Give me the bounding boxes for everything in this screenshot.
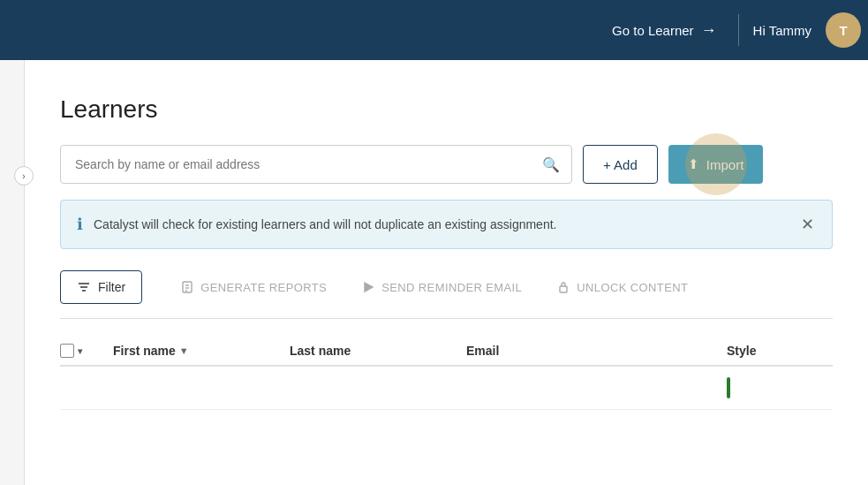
- avatar[interactable]: T: [826, 12, 861, 48]
- send-reminder-label: SEND REMINDER EMAIL: [381, 281, 522, 294]
- lock-icon: [557, 281, 570, 293]
- page-title: Learners: [60, 95, 833, 124]
- add-button-label: + Add: [603, 157, 638, 172]
- learners-table: ▾ First name ▼ Last name Email Style: [60, 337, 833, 410]
- search-row: 🔍 + Add ⬆ Import: [60, 145, 833, 184]
- user-greeting: Hi Tammy: [739, 23, 826, 38]
- close-icon[interactable]: ✕: [799, 213, 816, 236]
- th-first-name-label: First name: [113, 344, 176, 358]
- go-to-learner-link[interactable]: Go to Learner →: [591, 21, 738, 40]
- th-style[interactable]: Style: [727, 344, 833, 358]
- th-last-name[interactable]: Last name: [290, 344, 466, 358]
- unlock-content-action[interactable]: UNLOCK CONTENT: [540, 281, 706, 294]
- avatar-initials: T: [839, 23, 847, 38]
- search-input[interactable]: [60, 145, 572, 184]
- header-nav: Go to Learner → Hi Tammy T: [591, 12, 868, 48]
- import-button[interactable]: ⬆ Import: [668, 145, 764, 184]
- th-email[interactable]: Email: [466, 344, 727, 358]
- sidebar-toggle[interactable]: ›: [14, 166, 34, 186]
- th-last-name-label: Last name: [290, 344, 351, 358]
- app-layout: › Learners 🔍 + Add ⬆ Import ℹ Catalyst w…: [0, 60, 868, 485]
- generate-reports-action[interactable]: GENERATE REPORTS: [163, 281, 344, 294]
- go-to-learner-label: Go to Learner: [612, 23, 694, 38]
- info-banner-text: Catalyst will check for existing learner…: [94, 217, 556, 231]
- unlock-content-label: UNLOCK CONTENT: [577, 281, 688, 294]
- style-accent-bar: [727, 377, 730, 398]
- row-style: [727, 377, 833, 398]
- main-content: Learners 🔍 + Add ⬆ Import ℹ Catalyst wil…: [25, 60, 868, 485]
- sidebar: ›: [0, 60, 25, 485]
- info-banner: ℹ Catalyst will check for existing learn…: [60, 200, 833, 249]
- info-icon: ℹ: [77, 215, 83, 234]
- import-icon: ⬆: [688, 156, 699, 172]
- th-select: ▾: [60, 344, 113, 358]
- th-first-name[interactable]: First name ▼: [113, 344, 290, 358]
- go-to-learner-arrow: →: [701, 21, 717, 40]
- table-row: [60, 367, 833, 410]
- reports-icon: [181, 281, 193, 293]
- select-all-checkbox[interactable]: [60, 344, 74, 358]
- filter-button[interactable]: Filter: [60, 270, 142, 304]
- import-button-label: Import: [706, 157, 744, 172]
- first-name-sort-icon: ▼: [179, 345, 189, 356]
- search-container: 🔍: [60, 145, 572, 184]
- th-email-label: Email: [466, 344, 499, 358]
- filter-button-label: Filter: [98, 280, 125, 294]
- app-header: Go to Learner → Hi Tammy T: [0, 0, 868, 60]
- send-reminder-action[interactable]: SEND REMINDER EMAIL: [344, 281, 540, 294]
- svg-marker-7: [365, 283, 373, 292]
- toolbar-row: Filter GENERATE REPORTS SEND REMINDER EM…: [60, 270, 833, 319]
- select-chevron[interactable]: ▾: [78, 346, 82, 356]
- filter-icon: [77, 280, 91, 294]
- svg-rect-8: [560, 286, 567, 292]
- generate-reports-label: GENERATE REPORTS: [200, 281, 327, 294]
- add-button[interactable]: + Add: [583, 145, 658, 184]
- table-header: ▾ First name ▼ Last name Email Style: [60, 337, 833, 367]
- th-style-label: Style: [727, 344, 756, 358]
- reminder-icon: [362, 281, 374, 293]
- info-banner-left: ℹ Catalyst will check for existing learn…: [77, 215, 556, 234]
